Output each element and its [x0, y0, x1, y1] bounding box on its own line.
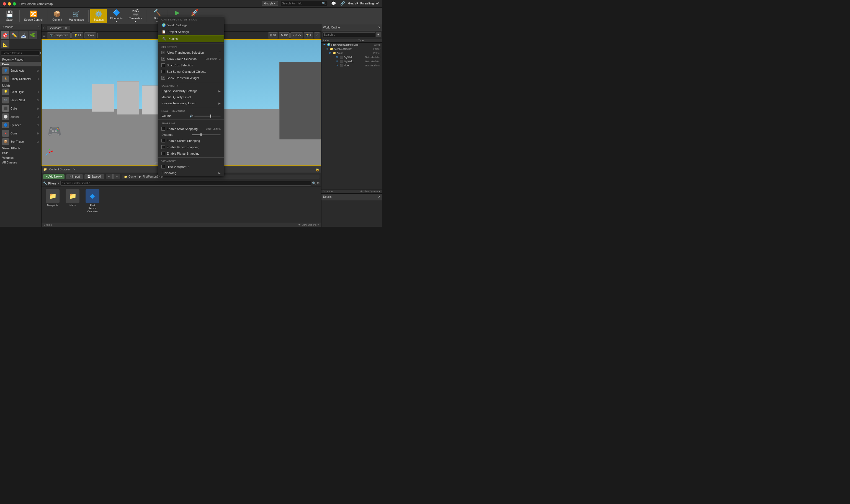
- world-settings-item[interactable]: 🌍 World Settings: [158, 22, 224, 29]
- volume-slider[interactable]: [194, 115, 221, 116]
- cb-forward-button[interactable]: →: [113, 174, 120, 179]
- category-all-classes[interactable]: All Classes: [0, 160, 41, 165]
- view-options-button[interactable]: View Options: [302, 223, 316, 226]
- empty-character-info-icon[interactable]: ⊕: [37, 77, 39, 81]
- content-button[interactable]: 📦 Content: [49, 9, 66, 23]
- material-quality-item[interactable]: Material Quality Level: [158, 94, 224, 100]
- wo-item-bigwall2[interactable]: 👁 ⬛ BigWall2 StaticMeshAct: [327, 59, 382, 64]
- category-lights[interactable]: Lights: [0, 83, 41, 88]
- maximize-viewport-button[interactable]: ⤢: [314, 32, 320, 38]
- cb-filters-icon[interactable]: 🔧: [43, 181, 47, 185]
- grid-10-button[interactable]: ⊞ 10: [268, 32, 278, 38]
- show-button[interactable]: Show: [84, 32, 96, 38]
- place-item-box-trigger[interactable]: 📦 Box Trigger ⊕: [0, 138, 41, 146]
- previewing-item[interactable]: Previewing ▶: [158, 170, 224, 176]
- wo-eye-icon-2[interactable]: 👁: [329, 52, 331, 54]
- cylinder-info-icon[interactable]: ⊕: [37, 123, 39, 127]
- box-trigger-info-icon[interactable]: ⊕: [37, 140, 39, 144]
- maximize-button[interactable]: [13, 2, 16, 5]
- chat-icon[interactable]: 💬: [330, 1, 337, 6]
- import-button[interactable]: ⬇ Import: [66, 174, 83, 179]
- scale-025-button[interactable]: ⤡ 0.25: [291, 32, 302, 38]
- cube-info-icon[interactable]: ⊕: [37, 107, 39, 110]
- mode-placement-icon[interactable]: 🎯: [1, 31, 10, 39]
- search-help-input[interactable]: [282, 2, 321, 5]
- wo-close-icon[interactable]: ✕: [378, 26, 380, 29]
- mode-landscape-icon[interactable]: 🗻: [19, 31, 28, 39]
- sphere-info-icon[interactable]: ⊕: [37, 115, 39, 119]
- cb-first-person-overview[interactable]: 🔷 FirstPersonOverview: [84, 189, 101, 220]
- wo-eye-icon-1[interactable]: 👁: [326, 48, 328, 50]
- cb-blueprints-folder[interactable]: 📁 Blueprints: [44, 189, 61, 220]
- wo-item-arena[interactable]: 👁 📁 Arena Folder: [327, 51, 382, 55]
- mode-foliage-icon[interactable]: 🌿: [29, 31, 37, 39]
- minimize-button[interactable]: [8, 2, 11, 5]
- hide-viewport-ui-item[interactable]: Hide Viewport UI: [158, 163, 224, 170]
- cb-search-icon[interactable]: 🔍: [312, 181, 316, 185]
- search-icon[interactable]: 🔍: [322, 2, 326, 5]
- place-item-empty-actor[interactable]: 👤 Empty Actor ⊕: [0, 66, 41, 75]
- google-dropdown[interactable]: Google ▾: [262, 1, 278, 6]
- place-item-cylinder[interactable]: 🔵 Cylinder ⊕: [0, 121, 41, 129]
- wo-item-arena-geometry[interactable]: 👁 📁 ArenaGeometry Folder: [324, 47, 382, 51]
- add-new-button[interactable]: + Add New ▾: [43, 174, 65, 179]
- viewport-menu-icon[interactable]: ☰: [42, 34, 46, 37]
- place-item-cone[interactable]: 🔺 Cone ⊕: [0, 129, 41, 138]
- wo-item-bigwall[interactable]: 👁 ⬛ BigWall StaticMeshAct: [327, 55, 382, 59]
- category-bsp[interactable]: BSP: [0, 150, 41, 155]
- cb-close-icon[interactable]: ✕: [73, 168, 75, 171]
- close-button[interactable]: [3, 2, 6, 5]
- engine-scalability-item[interactable]: Engine Scalability Settings ▶: [158, 88, 224, 94]
- cb-search-input[interactable]: [60, 181, 311, 186]
- mode-geometry-icon[interactable]: 📐: [1, 40, 10, 49]
- category-basic[interactable]: Basic: [0, 62, 41, 66]
- strict-box-selection-item[interactable]: Strict Box Selection: [158, 62, 224, 68]
- cb-back-button[interactable]: ←: [106, 174, 113, 179]
- place-item-empty-character[interactable]: 🧍 Empty Character ⊕: [0, 75, 41, 83]
- blueprints-button[interactable]: 🔷 Blueprints ▾: [107, 9, 125, 23]
- settings-button[interactable]: ⚙️ Settings: [90, 9, 107, 23]
- place-item-player-start[interactable]: 🎮 Player Start ⊕: [0, 96, 41, 104]
- wo-add-button[interactable]: +: [376, 32, 381, 37]
- show-transform-widget-item[interactable]: ✓ Show Transform Widget: [158, 75, 224, 81]
- cb-maps-folder[interactable]: 📁 Maps: [64, 189, 81, 220]
- wo-eye-icon-3[interactable]: 👁: [336, 56, 339, 59]
- point-light-info-icon[interactable]: ⊕: [37, 90, 39, 94]
- save-all-button[interactable]: 💾 Save All: [84, 174, 104, 179]
- allow-group-selection-item[interactable]: ✓ Allow Group Selection Cmd+Shift+G: [158, 56, 224, 62]
- category-recently-placed[interactable]: Recently Placed: [0, 57, 41, 62]
- marketplace-button[interactable]: 🛒 Marketplace: [66, 9, 87, 23]
- player-start-info-icon[interactable]: ⊕: [37, 98, 39, 102]
- cameras-4-button[interactable]: 📸 4: [304, 32, 313, 38]
- enable-actor-snapping-item[interactable]: Enable Actor Snapping Cmd+Shift+K: [158, 126, 224, 132]
- category-volumes[interactable]: Volumes: [0, 155, 41, 160]
- project-settings-item[interactable]: 📋 Project Settings...: [158, 29, 224, 35]
- cb-filters-label[interactable]: Filters: [48, 182, 56, 185]
- wo-eye-icon-0[interactable]: 👁: [323, 43, 326, 46]
- save-button[interactable]: 💾 Save: [1, 9, 18, 23]
- cb-lock-icon[interactable]: 🔒: [315, 168, 319, 172]
- plugins-item[interactable]: 🔌 Plugins: [158, 35, 224, 42]
- lit-button[interactable]: 💡 Lit: [71, 32, 83, 38]
- link-icon[interactable]: 🔗: [339, 1, 346, 6]
- cb-view-toggle-icon[interactable]: ⊞: [317, 181, 319, 185]
- search-classes-input[interactable]: [1, 51, 39, 56]
- perspective-button[interactable]: 📷 Perspective: [47, 32, 71, 38]
- mode-paint-icon[interactable]: ✏️: [10, 31, 19, 39]
- preview-rendering-item[interactable]: Preview Rendering Level ▶: [158, 100, 224, 106]
- empty-actor-info-icon[interactable]: ⊕: [37, 69, 39, 72]
- source-control-button[interactable]: 🔀 Source Control: [21, 9, 46, 23]
- wo-eye-icon-4[interactable]: 👁: [336, 60, 339, 63]
- modes-close-icon[interactable]: ✕: [37, 25, 39, 29]
- box-select-occluded-item[interactable]: Box Select Occluded Objects: [158, 68, 224, 75]
- allow-translucent-selection-item[interactable]: ✓ Allow Translucent Selection T: [158, 49, 224, 56]
- place-item-sphere[interactable]: ⚪ Sphere ⊕: [0, 112, 41, 121]
- wo-search-input[interactable]: [323, 32, 375, 37]
- wo-item-map[interactable]: 👁 🌍 FirstPersonExampleMap World: [322, 42, 382, 47]
- cinematics-button[interactable]: 🎬 Cinematics ▾: [126, 9, 145, 23]
- place-item-cube[interactable]: ⬛ Cube ⊕: [0, 104, 41, 112]
- wo-view-options-button[interactable]: View Options: [364, 190, 378, 193]
- place-item-point-light[interactable]: 💡 Point Light ⊕: [0, 88, 41, 96]
- wo-eye-icon-5[interactable]: 👁: [336, 64, 339, 67]
- distance-slider[interactable]: [192, 134, 221, 135]
